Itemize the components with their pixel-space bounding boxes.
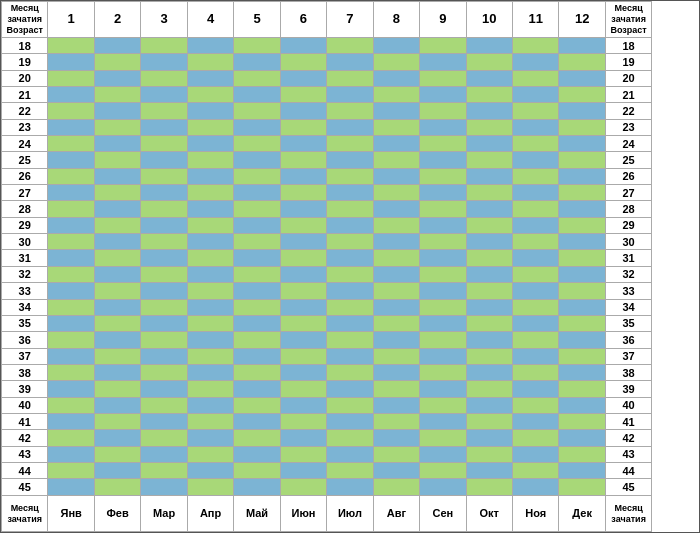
cell-age41-month3 [141, 413, 187, 429]
age-label-left: 26 [2, 168, 48, 184]
cell-age41-month5 [234, 413, 280, 429]
table-row: 1919 [2, 54, 699, 70]
month-name-jun: Июн [280, 496, 326, 532]
cell-age23-month12 [559, 119, 605, 135]
age-label-right: 32 [605, 266, 651, 282]
cell-age44-month7 [327, 462, 373, 478]
cell-age31-month1 [48, 250, 94, 266]
table-row: 3030 [2, 234, 699, 250]
cell-age29-month4 [187, 217, 233, 233]
cell-age24-month7 [327, 136, 373, 152]
cell-age33-month3 [141, 283, 187, 299]
cell-age19-month8 [373, 54, 419, 70]
cell-age38-month3 [141, 364, 187, 380]
cell-age42-month10 [466, 430, 512, 446]
cell-age28-month4 [187, 201, 233, 217]
cell-age30-month8 [373, 234, 419, 250]
cell-age28-month1 [48, 201, 94, 217]
cell-age43-month9 [420, 446, 466, 462]
cell-age35-month3 [141, 315, 187, 331]
cell-age34-month3 [141, 299, 187, 315]
cell-age19-month9 [420, 54, 466, 70]
month-num-5: 5 [234, 2, 280, 38]
cell-age40-month2 [94, 397, 140, 413]
cell-age31-month6 [280, 250, 326, 266]
cell-age29-month10 [466, 217, 512, 233]
cell-age31-month2 [94, 250, 140, 266]
cell-age20-month10 [466, 70, 512, 86]
cell-age18-month7 [327, 38, 373, 54]
cell-age38-month2 [94, 364, 140, 380]
cell-age19-month2 [94, 54, 140, 70]
cell-age27-month10 [466, 185, 512, 201]
cell-age27-month3 [141, 185, 187, 201]
age-label-right: 31 [605, 250, 651, 266]
cell-age18-month1 [48, 38, 94, 54]
cell-age39-month7 [327, 381, 373, 397]
cell-age19-month5 [234, 54, 280, 70]
cell-age19-month10 [466, 54, 512, 70]
cell-age25-month2 [94, 152, 140, 168]
cell-age20-month4 [187, 70, 233, 86]
cell-age42-month2 [94, 430, 140, 446]
cell-age26-month4 [187, 168, 233, 184]
cell-age41-month2 [94, 413, 140, 429]
cell-age20-month1 [48, 70, 94, 86]
cell-age39-month12 [559, 381, 605, 397]
cell-age21-month5 [234, 87, 280, 103]
cell-age19-month4 [187, 54, 233, 70]
age-label-left: 45 [2, 479, 48, 496]
cell-age25-month5 [234, 152, 280, 168]
cell-age30-month9 [420, 234, 466, 250]
month-name-sep: Сен [420, 496, 466, 532]
cell-age36-month7 [327, 332, 373, 348]
cell-age41-month1 [48, 413, 94, 429]
cell-age34-month2 [94, 299, 140, 315]
cell-age32-month10 [466, 266, 512, 282]
cell-age18-month5 [234, 38, 280, 54]
cell-age23-month3 [141, 119, 187, 135]
cell-age20-month8 [373, 70, 419, 86]
table-row: 2222 [2, 103, 699, 119]
top-right-header: МесяцзачатияВозраст [605, 2, 651, 38]
month-num-8: 8 [373, 2, 419, 38]
cell-age39-month9 [420, 381, 466, 397]
cell-age31-month7 [327, 250, 373, 266]
cell-age20-month12 [559, 70, 605, 86]
age-label-right: 44 [605, 462, 651, 478]
cell-age33-month8 [373, 283, 419, 299]
cell-age29-month12 [559, 217, 605, 233]
cell-age39-month6 [280, 381, 326, 397]
table-row: 3737 [2, 348, 699, 364]
cell-age18-month2 [94, 38, 140, 54]
cell-age41-month7 [327, 413, 373, 429]
header-row: МесяцзачатияВозраст 1 2 3 4 5 6 7 8 9 10… [2, 2, 699, 38]
cell-age23-month2 [94, 119, 140, 135]
cell-age32-month5 [234, 266, 280, 282]
age-label-left: 32 [2, 266, 48, 282]
cell-age44-month9 [420, 462, 466, 478]
cell-age34-month4 [187, 299, 233, 315]
cell-age40-month3 [141, 397, 187, 413]
cell-age27-month11 [512, 185, 558, 201]
cell-age27-month7 [327, 185, 373, 201]
cell-age42-month5 [234, 430, 280, 446]
month-name-apr: Апр [187, 496, 233, 532]
cell-age27-month12 [559, 185, 605, 201]
cell-age44-month5 [234, 462, 280, 478]
cell-age41-month10 [466, 413, 512, 429]
cell-age45-month9 [420, 479, 466, 496]
cell-age33-month2 [94, 283, 140, 299]
cell-age43-month10 [466, 446, 512, 462]
cell-age18-month9 [420, 38, 466, 54]
age-label-left: 38 [2, 364, 48, 380]
cell-age45-month3 [141, 479, 187, 496]
age-label-right: 29 [605, 217, 651, 233]
cell-age37-month6 [280, 348, 326, 364]
table-row: 2020 [2, 70, 699, 86]
cell-age29-month2 [94, 217, 140, 233]
cell-age36-month2 [94, 332, 140, 348]
age-label-left: 33 [2, 283, 48, 299]
age-label-left: 18 [2, 38, 48, 54]
cell-age42-month6 [280, 430, 326, 446]
